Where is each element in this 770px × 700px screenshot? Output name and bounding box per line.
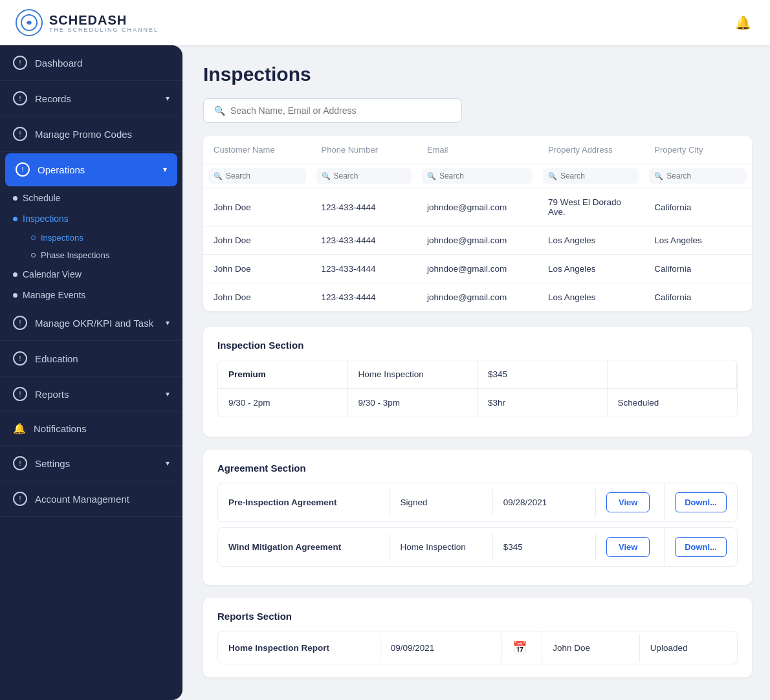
info-icon: ! — [13, 351, 27, 366]
notification-bell-icon[interactable]: 🔔 — [731, 11, 754, 34]
header-right: 🔔 — [731, 11, 754, 34]
sidebar-sub-inspections[interactable]: Inspections — [0, 208, 182, 229]
inspections-table: Customer Name Phone Number Email Propert… — [203, 136, 752, 311]
view-button-1[interactable]: View — [606, 492, 650, 512]
sidebar-sub-calendar-view[interactable]: Calendar View — [0, 264, 182, 285]
sidebar-item-dashboard[interactable]: ! Dashboard — [0, 45, 182, 81]
agr-view-cell-1[interactable]: View — [596, 483, 665, 521]
sidebar-item-records[interactable]: ! Records ▾ — [0, 81, 182, 116]
page-title: Inspections — [203, 63, 752, 85]
sidebar-item-operations[interactable]: ! Operations ▾ — [5, 153, 177, 186]
filter-name-cell[interactable]: 🔍 — [203, 164, 311, 188]
info-icon: ! — [16, 162, 30, 177]
filter-city-input-wrap[interactable]: 🔍 — [649, 168, 747, 184]
insp-cell-home-inspection: Home Inspection — [348, 360, 478, 389]
search-bar[interactable]: 🔍 — [203, 98, 462, 123]
cell-phone: 123-433-4444 — [311, 188, 417, 226]
filter-address-input-wrap[interactable]: 🔍 — [543, 168, 639, 184]
bell-icon: 🔔 — [13, 422, 26, 435]
sidebar-item-education[interactable]: ! Education — [0, 341, 182, 377]
cell-phone: 123-433-4444 — [311, 283, 417, 312]
chevron-down-icon: ▾ — [163, 165, 167, 174]
sidebar-item-manage-promo[interactable]: ! Manage Promo Codes — [0, 116, 182, 152]
dot-icon — [13, 196, 17, 201]
cell-email: johndoe@gmail.com — [417, 255, 538, 283]
sidebar-subsub-inspections[interactable]: Inspections — [0, 229, 182, 246]
cell-city: California — [644, 283, 752, 312]
filter-phone-input-wrap[interactable]: 🔍 — [316, 168, 412, 184]
sidebar-sub-label-inspections: Inspections — [23, 213, 69, 224]
cell-phone: 123-433-4444 — [311, 226, 417, 255]
filter-phone-cell[interactable]: 🔍 — [311, 164, 417, 188]
sidebar-label-dashboard: Dashboard — [35, 58, 82, 69]
filter-address-input[interactable] — [560, 171, 633, 180]
filter-name-input-wrap[interactable]: 🔍 — [208, 168, 306, 184]
col-city: Property City — [644, 136, 752, 164]
sidebar-sub-schedule[interactable]: Schedule — [0, 188, 182, 208]
data-table: Customer Name Phone Number Email Propert… — [203, 136, 752, 311]
cell-city: California — [644, 188, 752, 226]
logo-area: SCHEDASH THE SCHEDULING CHANNEL — [16, 9, 159, 36]
calendar-icon: 📅 — [512, 641, 527, 654]
agr-view-cell-2[interactable]: View — [596, 528, 665, 566]
table-header-row: Customer Name Phone Number Email Propert… — [203, 136, 752, 164]
rep-cal-icon-cell: 📅 — [502, 631, 543, 664]
col-email: Email — [417, 136, 538, 164]
col-customer-name: Customer Name — [203, 136, 311, 164]
reports-section-title: Reports Section — [217, 611, 738, 622]
sidebar-item-account-management[interactable]: ! Account Management — [0, 481, 182, 517]
sidebar-subsub-phase-inspections[interactable]: Phase Inspections — [0, 246, 182, 264]
cell-city: California — [644, 255, 752, 283]
search-icon: 🔍 — [214, 105, 225, 116]
filter-address-cell[interactable]: 🔍 — [538, 164, 644, 188]
agreement-row-2: Wind Mitigation Agreement Home Inspectio… — [217, 527, 738, 567]
sidebar-sub-manage-events[interactable]: Manage Events — [0, 285, 182, 305]
cell-address: 79 West El Dorado Ave. — [538, 188, 644, 226]
dot-icon — [13, 272, 17, 277]
table-row[interactable]: John Doe 123-433-4444 johndoe@gmail.com … — [203, 188, 752, 226]
circle-icon — [31, 235, 36, 240]
download-button-2[interactable]: Downl... — [675, 537, 727, 557]
sidebar-label-reports: Reports — [35, 389, 69, 400]
agr-name-1: Pre-Inspection Agreement — [218, 488, 390, 516]
agr-date-1: 09/28/2021 — [493, 488, 596, 516]
insp-cell-duration: $3hr — [478, 389, 608, 417]
app-name: SCHEDASH — [49, 13, 127, 27]
filter-city-cell[interactable]: 🔍 — [644, 164, 752, 188]
sidebar-item-reports[interactable]: ! Reports ▾ — [0, 377, 182, 412]
rep-name-1: Home Inspection Report — [218, 634, 380, 662]
inspection-section: Inspection Section Premium Home Inspecti… — [203, 327, 752, 437]
inspection-section-title: Inspection Section — [217, 340, 738, 351]
cell-address: Los Angeles — [538, 226, 644, 255]
filter-email-input-wrap[interactable]: 🔍 — [422, 168, 533, 184]
filter-email-cell[interactable]: 🔍 — [417, 164, 538, 188]
info-icon: ! — [13, 456, 27, 470]
col-address: Property Address — [538, 136, 644, 164]
info-icon: ! — [13, 91, 27, 105]
cell-email: johndoe@gmail.com — [417, 188, 538, 226]
cell-name: John Doe — [203, 188, 311, 226]
chevron-down-icon: ▾ — [166, 459, 170, 468]
table-row[interactable]: John Doe 123-433-4444 johndoe@gmail.com … — [203, 226, 752, 255]
search-icon: 🔍 — [427, 172, 436, 180]
sidebar-item-settings[interactable]: ! Settings ▾ — [0, 446, 182, 481]
table-row[interactable]: John Doe 123-433-4444 johndoe@gmail.com … — [203, 255, 752, 283]
insp-cell-empty — [608, 360, 738, 389]
table-row[interactable]: John Doe 123-433-4444 johndoe@gmail.com … — [203, 283, 752, 312]
inspection-grid: Premium Home Inspection $345 9/30 - 2pm … — [217, 360, 738, 417]
filter-phone-input[interactable] — [334, 171, 406, 180]
search-input[interactable] — [230, 105, 451, 116]
filter-name-input[interactable] — [226, 171, 301, 180]
sidebar-item-okr-kpi[interactable]: ! Manage OKR/KPI and Task ▾ — [0, 305, 182, 341]
filter-email-input[interactable] — [439, 171, 527, 180]
sidebar-item-notifications[interactable]: 🔔 Notifications — [0, 412, 182, 446]
agr-download-cell-1[interactable]: Downl... — [665, 483, 737, 521]
search-icon: 🔍 — [214, 172, 223, 180]
view-button-2[interactable]: View — [606, 537, 650, 557]
app-tagline: THE SCHEDULING CHANNEL — [49, 27, 159, 33]
download-button-1[interactable]: Downl... — [675, 492, 727, 512]
insp-cell-price: $345 — [478, 360, 608, 389]
chevron-down-icon: ▾ — [166, 94, 170, 103]
agr-download-cell-2[interactable]: Downl... — [665, 528, 737, 566]
filter-city-input[interactable] — [666, 171, 742, 180]
